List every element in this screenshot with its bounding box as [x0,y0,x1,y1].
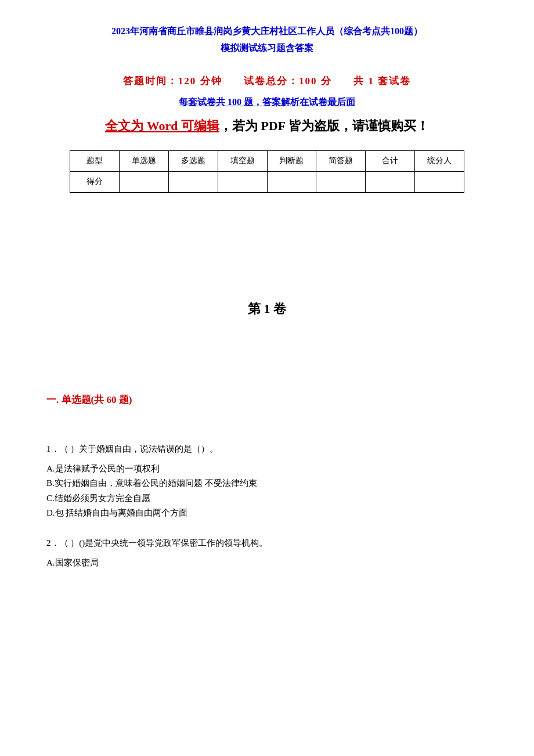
sets-label: 共 1 套试卷 [353,75,411,87]
total-score-label: 试卷总分：100 分 [244,75,332,87]
col-header-fill: 填空题 [218,150,267,171]
score-table-container: 题型 单选题 多选题 填空题 判断题 简答题 合计 统分人 得分 [70,150,464,193]
question-1-option-b: B.实行婚姻自由，意味着公民的婚姻问题 不受法律约束 [46,476,488,491]
spacer3 [46,418,488,441]
exam-info: 答题时间：120 分钟 试卷总分：100 分 共 1 套试卷 [46,74,488,88]
time-label: 答题时间：120 分钟 [123,75,222,87]
score-fill [218,171,267,192]
score-scorer [415,171,464,192]
question-2-text: 2．（ ）()是党中央统一领导党政军保密工作的领导机构。 [46,535,488,551]
score-judge [267,171,316,192]
section1-title: 一. 单选题(共 60 题) [46,393,488,406]
question-1-option-a: A.是法律赋予公民的一项权利 [46,462,488,477]
spacer1 [46,207,488,254]
question-1-option-c: C.结婚必须男女方完全自愿 [46,491,488,506]
question-1-option-d: D.包 括结婚自由与离婚自由两个方面 [46,506,488,521]
score-single [119,171,168,192]
notice2-red: 全文为 Word 可编辑 [105,118,219,133]
question-2: 2．（ ）()是党中央统一领导党政军保密工作的领导机构。 A.国家保密局 [46,535,488,571]
col-header-short: 简答题 [316,150,366,171]
score-table: 题型 单选题 多选题 填空题 判断题 简答题 合计 统分人 得分 [70,150,464,193]
question-1-text: 1．（ ）关于婚姻自由，说法错误的是（）。 [46,441,488,457]
col-header-single: 单选题 [119,150,168,171]
title-section: 2023年河南省商丘市睢县润岗乡黄大庄村社区工作人员（综合考点共100题） 模拟… [46,23,488,57]
score-table-header-row: 题型 单选题 多选题 填空题 判断题 简答题 合计 统分人 [70,150,464,171]
col-header-judge: 判断题 [267,150,316,171]
notice2-black: ，若为 PDF 皆为盗版，请谨慎购买！ [219,118,429,133]
col-header-total: 合计 [366,150,415,171]
edit-notice: 全文为 Word 可编辑，若为 PDF 皆为盗版，请谨慎购买！ [46,116,488,136]
question-1: 1．（ ）关于婚姻自由，说法错误的是（）。 A.是法律赋予公民的一项权利 B.实… [46,441,488,521]
col-header-type: 题型 [70,150,120,171]
row-label-score: 得分 [70,171,120,192]
question-2-option-a: A.国家保密局 [46,556,488,571]
title-line1: 2023年河南省商丘市睢县润岗乡黄大庄村社区工作人员（综合考点共100题） [46,23,488,40]
score-short [316,171,366,192]
score-table-data-row: 得分 [70,171,464,192]
spacer2 [46,352,488,376]
score-total [366,171,415,192]
score-multi [168,171,218,192]
col-header-scorer: 统分人 [415,150,464,171]
title-line2: 模拟测试练习题含答案 [46,40,488,57]
volume-label: 第 1 卷 [46,300,488,318]
notice1: 每套试卷共 100 题，答案解析在试卷最后面 [46,96,488,109]
col-header-multi: 多选题 [168,150,218,171]
